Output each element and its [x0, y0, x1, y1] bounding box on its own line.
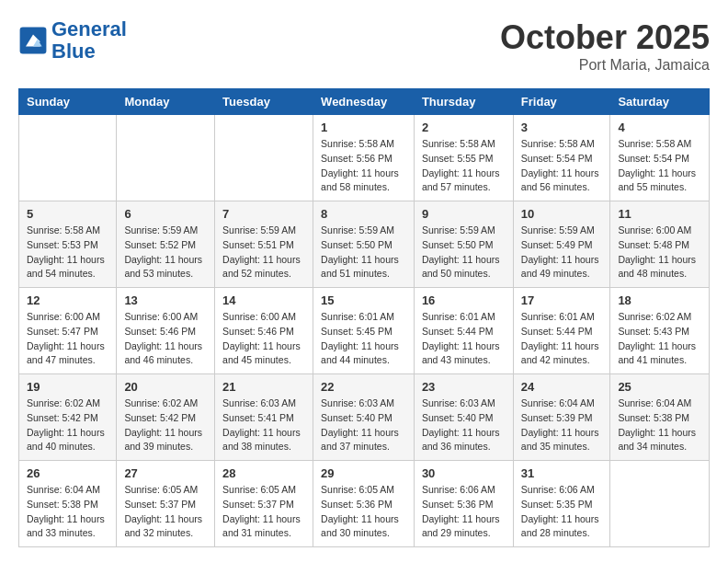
day-number: 11: [618, 207, 701, 221]
day-info: Sunrise: 5:59 AM Sunset: 5:49 PM Dayligh…: [521, 224, 603, 282]
day-info: Sunrise: 5:59 AM Sunset: 5:52 PM Dayligh…: [124, 224, 207, 282]
day-of-week-header: Thursday: [414, 89, 513, 115]
day-info: Sunrise: 6:03 AM Sunset: 5:40 PM Dayligh…: [321, 396, 406, 454]
day-info: Sunrise: 5:58 AM Sunset: 5:53 PM Dayligh…: [27, 224, 108, 282]
calendar-cell: 6Sunrise: 5:59 AM Sunset: 5:52 PM Daylig…: [117, 201, 215, 288]
day-number: 27: [124, 466, 207, 480]
day-info: Sunrise: 6:00 AM Sunset: 5:48 PM Dayligh…: [618, 224, 701, 282]
day-number: 28: [222, 466, 305, 480]
calendar-week-row: 5Sunrise: 5:58 AM Sunset: 5:53 PM Daylig…: [19, 201, 710, 288]
day-number: 19: [27, 380, 108, 394]
day-of-week-header: Saturday: [610, 89, 710, 115]
day-info: Sunrise: 6:05 AM Sunset: 5:36 PM Dayligh…: [321, 483, 406, 541]
calendar-cell: 1Sunrise: 5:58 AM Sunset: 5:56 PM Daylig…: [313, 115, 415, 201]
day-number: 14: [222, 293, 305, 307]
calendar-cell: 23Sunrise: 6:03 AM Sunset: 5:40 PM Dayli…: [414, 374, 513, 461]
day-info: Sunrise: 6:01 AM Sunset: 5:44 PM Dayligh…: [422, 310, 506, 368]
day-number: 15: [321, 293, 406, 307]
day-number: 29: [321, 466, 406, 480]
calendar-cell: 17Sunrise: 6:01 AM Sunset: 5:44 PM Dayli…: [513, 288, 610, 374]
calendar-cell: 7Sunrise: 5:59 AM Sunset: 5:51 PM Daylig…: [215, 201, 313, 288]
calendar-cell: 5Sunrise: 5:58 AM Sunset: 5:53 PM Daylig…: [19, 201, 117, 288]
day-number: 5: [27, 207, 108, 221]
day-number: 9: [422, 207, 506, 221]
day-info: Sunrise: 6:01 AM Sunset: 5:45 PM Dayligh…: [321, 310, 406, 368]
calendar-cell: 10Sunrise: 5:59 AM Sunset: 5:49 PM Dayli…: [513, 201, 610, 288]
calendar-week-row: 12Sunrise: 6:00 AM Sunset: 5:47 PM Dayli…: [19, 288, 710, 374]
day-number: 22: [321, 380, 406, 394]
calendar-cell: 12Sunrise: 6:00 AM Sunset: 5:47 PM Dayli…: [19, 288, 117, 374]
calendar-week-row: 26Sunrise: 6:04 AM Sunset: 5:38 PM Dayli…: [19, 461, 710, 547]
day-number: 26: [27, 466, 108, 480]
calendar-cell: 28Sunrise: 6:05 AM Sunset: 5:37 PM Dayli…: [215, 461, 313, 547]
calendar-cell: 11Sunrise: 6:00 AM Sunset: 5:48 PM Dayli…: [610, 201, 710, 288]
day-info: Sunrise: 5:58 AM Sunset: 5:56 PM Dayligh…: [321, 137, 406, 195]
calendar-cell: 16Sunrise: 6:01 AM Sunset: 5:44 PM Dayli…: [414, 288, 513, 374]
day-info: Sunrise: 6:00 AM Sunset: 5:46 PM Dayligh…: [222, 310, 305, 368]
calendar-cell: 24Sunrise: 6:04 AM Sunset: 5:39 PM Dayli…: [513, 374, 610, 461]
day-number: 2: [422, 121, 506, 134]
calendar-cell: 3Sunrise: 5:58 AM Sunset: 5:54 PM Daylig…: [513, 115, 610, 201]
day-number: 16: [422, 293, 506, 307]
calendar-cell: [117, 115, 215, 201]
day-number: 8: [321, 207, 406, 221]
logo-text: General Blue: [51, 18, 127, 63]
day-info: Sunrise: 5:59 AM Sunset: 5:50 PM Dayligh…: [422, 224, 506, 282]
day-info: Sunrise: 6:02 AM Sunset: 5:42 PM Dayligh…: [124, 396, 207, 454]
day-number: 31: [521, 466, 603, 480]
calendar-cell: 21Sunrise: 6:03 AM Sunset: 5:41 PM Dayli…: [215, 374, 313, 461]
day-number: 13: [124, 293, 207, 307]
logo-icon: [18, 26, 48, 55]
day-info: Sunrise: 6:06 AM Sunset: 5:36 PM Dayligh…: [422, 483, 506, 541]
calendar-header-row: SundayMondayTuesdayWednesdayThursdayFrid…: [19, 89, 710, 115]
day-info: Sunrise: 5:58 AM Sunset: 5:54 PM Dayligh…: [521, 137, 603, 195]
day-info: Sunrise: 6:00 AM Sunset: 5:47 PM Dayligh…: [27, 310, 108, 368]
calendar-cell: 26Sunrise: 6:04 AM Sunset: 5:38 PM Dayli…: [19, 461, 117, 547]
calendar-cell: [215, 115, 313, 201]
calendar-cell: 29Sunrise: 6:05 AM Sunset: 5:36 PM Dayli…: [313, 461, 415, 547]
day-info: Sunrise: 6:03 AM Sunset: 5:41 PM Dayligh…: [222, 396, 305, 454]
calendar-cell: 27Sunrise: 6:05 AM Sunset: 5:37 PM Dayli…: [117, 461, 215, 547]
day-number: 24: [521, 380, 603, 394]
day-of-week-header: Tuesday: [215, 89, 313, 115]
day-info: Sunrise: 6:02 AM Sunset: 5:43 PM Dayligh…: [618, 310, 701, 368]
calendar-cell: 2Sunrise: 5:58 AM Sunset: 5:55 PM Daylig…: [414, 115, 513, 201]
day-number: 25: [618, 380, 701, 394]
day-info: Sunrise: 6:05 AM Sunset: 5:37 PM Dayligh…: [222, 483, 305, 541]
day-info: Sunrise: 5:58 AM Sunset: 5:54 PM Dayligh…: [618, 137, 701, 195]
day-info: Sunrise: 6:01 AM Sunset: 5:44 PM Dayligh…: [521, 310, 603, 368]
day-info: Sunrise: 6:05 AM Sunset: 5:37 PM Dayligh…: [124, 483, 207, 541]
day-info: Sunrise: 6:03 AM Sunset: 5:40 PM Dayligh…: [422, 396, 506, 454]
calendar-cell: 19Sunrise: 6:02 AM Sunset: 5:42 PM Dayli…: [19, 374, 117, 461]
day-number: 18: [618, 293, 701, 307]
day-number: 3: [521, 121, 603, 134]
day-number: 10: [521, 207, 603, 221]
day-number: 6: [124, 207, 207, 221]
day-info: Sunrise: 6:04 AM Sunset: 5:38 PM Dayligh…: [27, 483, 108, 541]
day-info: Sunrise: 6:06 AM Sunset: 5:35 PM Dayligh…: [521, 483, 603, 541]
calendar-table: SundayMondayTuesdayWednesdayThursdayFrid…: [18, 88, 710, 547]
day-number: 12: [27, 293, 108, 307]
calendar-cell: 30Sunrise: 6:06 AM Sunset: 5:36 PM Dayli…: [414, 461, 513, 547]
day-info: Sunrise: 5:59 AM Sunset: 5:51 PM Dayligh…: [222, 224, 305, 282]
day-of-week-header: Wednesday: [313, 89, 415, 115]
day-number: 21: [222, 380, 305, 394]
calendar-week-row: 19Sunrise: 6:02 AM Sunset: 5:42 PM Dayli…: [19, 374, 710, 461]
day-info: Sunrise: 6:02 AM Sunset: 5:42 PM Dayligh…: [27, 396, 108, 454]
calendar-cell: 4Sunrise: 5:58 AM Sunset: 5:54 PM Daylig…: [610, 115, 710, 201]
page-header: General Blue October 2025 Port Maria, Ja…: [18, 18, 710, 74]
calendar-cell: 14Sunrise: 6:00 AM Sunset: 5:46 PM Dayli…: [215, 288, 313, 374]
day-info: Sunrise: 5:58 AM Sunset: 5:55 PM Dayligh…: [422, 137, 506, 195]
calendar-cell: 18Sunrise: 6:02 AM Sunset: 5:43 PM Dayli…: [610, 288, 710, 374]
day-of-week-header: Monday: [117, 89, 215, 115]
calendar-cell: 8Sunrise: 5:59 AM Sunset: 5:50 PM Daylig…: [313, 201, 415, 288]
logo: General Blue: [18, 18, 127, 63]
day-of-week-header: Friday: [513, 89, 610, 115]
calendar-cell: 9Sunrise: 5:59 AM Sunset: 5:50 PM Daylig…: [414, 201, 513, 288]
calendar-cell: [19, 115, 117, 201]
day-info: Sunrise: 6:00 AM Sunset: 5:46 PM Dayligh…: [124, 310, 207, 368]
day-number: 1: [321, 121, 406, 134]
day-info: Sunrise: 6:04 AM Sunset: 5:39 PM Dayligh…: [521, 396, 603, 454]
day-info: Sunrise: 5:59 AM Sunset: 5:50 PM Dayligh…: [321, 224, 406, 282]
day-number: 20: [124, 380, 207, 394]
